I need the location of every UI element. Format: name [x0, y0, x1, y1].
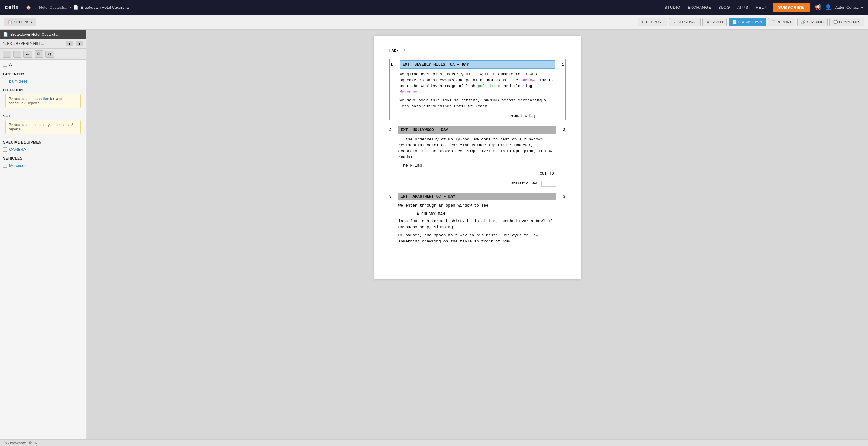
breadcrumb-project[interactable]: Hotel Cucarcha [39, 5, 66, 10]
sharing-button[interactable]: 🔗 SHARING [797, 18, 828, 26]
eye-icon[interactable]: 👁 [34, 441, 38, 445]
scene-block-1[interactable]: 1 EXT. BEVERLY HILLS, CA – DAY 1 We glid… [390, 59, 565, 121]
sidebar-header: 📄 Breakdown Hotel Cucarcha [0, 30, 86, 39]
app-logo: celtx [5, 4, 19, 11]
mercedes-link[interactable]: Mercedes [9, 163, 26, 168]
dramatic-day-input-2[interactable] [541, 180, 556, 186]
add-location-link[interactable]: add a location [26, 97, 49, 101]
scene-2-cut-to: CUT TO: [399, 171, 556, 177]
section-title-vehicles: VEHICLES [3, 156, 83, 161]
actions-icon: 📋 [8, 20, 12, 24]
nav-links: STUDIO EXCHANGE BLOG APPS HELP [664, 5, 767, 10]
scene-2-number-left: 2 [390, 127, 399, 133]
nav-icons: 📢 👤 Aaton Cohe... ▾ [814, 4, 863, 11]
nav-help[interactable]: HELP [756, 5, 767, 10]
breadcrumb-separator: > [69, 5, 71, 10]
scene-block-2[interactable]: 2 EXT. HOLLYWOOD – DAY 2 ...the underbel… [390, 126, 565, 186]
nav-blog[interactable]: BLOG [718, 5, 730, 10]
scene-1-title: EXT. BEVERLY HILLS, CA – DAY [400, 60, 555, 69]
palm-trees-checkbox[interactable] [3, 79, 7, 83]
actions-label: ACTIONS [13, 20, 29, 24]
comments-button[interactable]: 💬 COMMENTS [830, 18, 864, 26]
scene-3-action-1: We enter through an open window to see [399, 203, 556, 209]
breadcrumb-ellipsis: ... [33, 5, 37, 10]
camera-checkbox[interactable] [3, 147, 7, 152]
scene-2-action-1: ...the underbelly of Hollywood. We come … [399, 137, 556, 160]
toolbar: 📋 ACTIONS ▾ ↻ REFRESH ✓ APPROVAL ⬇ SAVED… [0, 14, 868, 30]
toolbar-right: ↻ REFRESH ✓ APPROVAL ⬇ SAVED 📄 BREAKDOWN… [638, 18, 864, 26]
section-title-greenery: GREENERY [3, 72, 83, 76]
scene-block-3[interactable]: 3 INT. APARTMENT 6C – DAY 3 We enter thr… [390, 193, 565, 244]
scene-2-dramatic-day: Dramatic Day: [399, 180, 556, 186]
set-warning: Be sure to add a set for your schedule &… [5, 120, 81, 134]
scene-3-action-3: He pauses, the spoon half way to his mou… [399, 232, 556, 244]
all-label: All [9, 62, 13, 67]
breakdown-icon: 📄 [733, 20, 737, 24]
camera-highlight: CAMERA [520, 78, 534, 82]
scene-3-char-name: A CHUBBY MAN [417, 211, 556, 217]
list-item: Mercedes [3, 162, 83, 169]
remove-item-button[interactable]: − [13, 51, 21, 58]
scene-3-number-left: 3 [390, 194, 399, 200]
breakdown-button[interactable]: 📄 BREAKDOWN [728, 18, 766, 26]
actions-button[interactable]: 📋 ACTIONS ▾ [4, 18, 36, 26]
scene-1-number-right: 1 [555, 62, 564, 68]
palm-trees-link[interactable]: palm trees [9, 79, 28, 83]
nav-apps[interactable]: APPS [737, 5, 748, 10]
add-item-button[interactable]: + [3, 51, 11, 58]
subscribe-button[interactable]: SUBSCRIBE [773, 3, 810, 12]
section-title-special-equipment: SPECIAL EQUIPMENT [3, 140, 83, 144]
user-avatar-icon: 👤 [825, 4, 832, 11]
scene-3-title: INT. APARTMENT 6C – DAY [399, 193, 556, 201]
scene-3-content: We enter through an open window to see A… [390, 203, 565, 244]
scene-1-action-2: We move over this idyllic setting, PANNI… [400, 97, 555, 109]
all-checkbox[interactable] [3, 63, 7, 67]
section-title-location: LOCATION [3, 88, 83, 92]
script-area[interactable]: FADE IN: 1 EXT. BEVERLY HILLS, CA – DAY … [87, 30, 868, 439]
comments-icon: 💬 [833, 20, 838, 24]
list-item: CAMERA [3, 146, 83, 152]
user-menu[interactable]: Aaton Cohe... ▾ [835, 5, 863, 10]
sidebar-section-set: SET Be sure to add a set for your schedu… [0, 112, 86, 138]
report-button[interactable]: ☰ REPORT [768, 18, 796, 26]
report-icon: ☰ [772, 20, 775, 24]
scene-1-header: 1 EXT. BEVERLY HILLS, CA – DAY 1 [391, 60, 564, 69]
scene-2-header: 2 EXT. HOLLYWOOD – DAY 2 [390, 126, 565, 134]
add-set-link[interactable]: add a set [26, 123, 41, 127]
refresh-button[interactable]: ↻ REFRESH [638, 18, 667, 26]
actions-arrow-icon: ▾ [31, 20, 32, 24]
scene-nav-down[interactable]: ▼ [75, 41, 83, 46]
scene-nav-up[interactable]: ▲ [66, 41, 73, 46]
top-nav: celtx 🏠 ... Hotel Cucarcha > 📄 Breakdown… [0, 0, 868, 14]
nav-studio[interactable]: STUDIO [664, 5, 680, 10]
saved-icon: ⬇ [706, 20, 710, 24]
sidebar-doc-icon: 📄 [3, 32, 8, 37]
sidebar-scene-nav: 1: EXT. BEVERLY HILL... ▲ ▼ [0, 39, 86, 48]
saved-button[interactable]: ⬇ SAVED [703, 18, 727, 26]
script-page: FADE IN: 1 EXT. BEVERLY HILLS, CA – DAY … [374, 36, 581, 278]
mercedes-checkbox[interactable] [3, 164, 7, 168]
dramatic-day-label-1: Dramatic Day: [509, 113, 538, 118]
scene-2-title: EXT. HOLLYWOOD – DAY [399, 126, 556, 134]
scene-1-content: We glide over plush Beverly Hills with i… [391, 71, 564, 119]
camera-link[interactable]: CAMERA [9, 147, 26, 152]
undo-button[interactable]: ↩ [23, 51, 32, 58]
user-name: Aaton Cohe... [835, 5, 860, 10]
approval-icon: ✓ [673, 20, 676, 24]
scene-2-action-2: "The P Imp." [399, 163, 556, 169]
approval-button[interactable]: ✓ APPROVAL [669, 18, 701, 26]
home-icon: 🏠 [26, 5, 31, 10]
settings-icon[interactable]: ⚙ [29, 441, 32, 445]
sidebar-title: Breakdown Hotel Cucarcha [10, 32, 58, 37]
dramatic-day-input-1[interactable] [540, 113, 555, 119]
settings-button[interactable]: ⚙ [45, 51, 54, 58]
nav-exchange[interactable]: EXCHANGE [688, 5, 711, 10]
refresh-icon: ↻ [642, 20, 645, 24]
sidebar-section-vehicles: VEHICLES Mercedes [0, 154, 86, 170]
scene-3-action-2: in a food spattered t-shirt. He is sitti… [399, 218, 556, 230]
bell-icon[interactable]: 📢 [814, 4, 821, 11]
sidebar-tools: + − ↩ ⧉ ⚙ [0, 48, 86, 60]
copy-button[interactable]: ⧉ [35, 50, 43, 58]
scene-label: 1: EXT. BEVERLY HILL... [3, 41, 63, 46]
fade-in: FADE IN: [390, 48, 565, 54]
